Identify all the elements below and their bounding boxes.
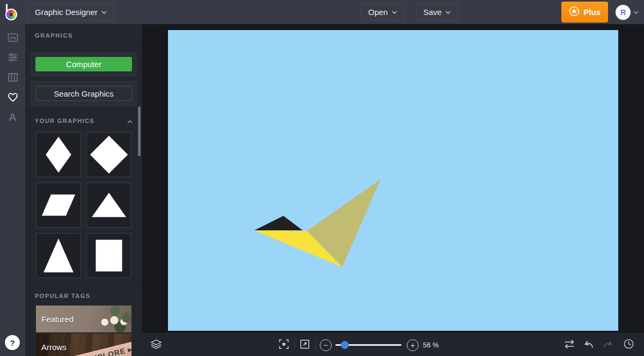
fit-to-screen-button[interactable] [276,333,292,356]
sliders-icon [7,52,19,63]
graphic-tile-triangle-tall[interactable] [36,233,81,278]
popular-tags-section: POPULAR TAGS Featured EXPLORE ▸ Arrows [25,286,142,356]
fit-to-screen-icon [279,339,289,352]
search-card: Search Graphics [31,81,137,106]
compare-button[interactable] [561,333,577,356]
zoom-out-button[interactable]: − [319,333,333,356]
open-in-full-icon [299,339,310,352]
upload-card: Computer [31,52,137,76]
bird-head[interactable] [254,216,303,230]
save-button[interactable]: Save [416,3,458,21]
heart-icon [7,91,19,103]
star-badge-icon [569,6,580,18]
graphics-panel: GRAPHICS Computer Search Graphics YOUR G… [25,24,142,356]
chevron-down-icon [392,11,397,14]
columns-icon [7,71,19,83]
graphic-tile-diamond-wide[interactable] [86,132,131,177]
undo-icon [583,339,595,351]
zoom-percentage: 56 % [423,333,439,356]
compare-arrows-icon [564,339,575,351]
chevron-down-icon [445,11,451,14]
account-menu[interactable]: R [616,5,639,20]
your-graphics-title: YOUR GRAPHICS [35,118,94,124]
open-label: Open [368,8,388,17]
tag-label: Arrows [41,343,67,352]
open-button[interactable]: Open [361,3,405,21]
full-view-button[interactable] [297,333,313,356]
zoom-slider-thumb[interactable] [341,341,349,349]
sidebar-item-images[interactable] [0,27,25,47]
origami-bird-artwork[interactable] [168,30,618,331]
sidebar-item-layouts[interactable] [0,67,25,87]
sidebar-item-edit[interactable] [0,47,25,67]
divider [315,339,316,351]
bottom-toolbar: − + 56 % [142,333,644,356]
redo-button[interactable] [600,333,616,356]
panel-title: GRAPHICS [35,32,73,39]
history-button[interactable] [620,333,636,356]
logo-colorwheel [5,9,17,20]
app-switcher-button[interactable]: Graphic Designer [27,3,114,21]
plus-upgrade-button[interactable]: Plus [561,2,608,23]
design-canvas[interactable] [168,30,618,331]
account-area: Plus R [561,0,639,24]
help-button[interactable]: ? [5,335,20,350]
popular-tags-title: POPULAR TAGS [35,293,90,299]
avatar: R [616,5,631,20]
chevron-up-icon[interactable] [127,116,133,126]
top-bar: Graphic Designer Open Save [0,0,644,24]
chevron-down-icon [633,11,639,14]
computer-upload-button[interactable]: Computer [35,57,132,71]
graphic-tile-parallelogram[interactable] [36,183,81,228]
search-graphics-button[interactable]: Search Graphics [35,86,132,101]
image-icon [7,32,19,43]
sidebar-item-graphics[interactable] [0,87,25,107]
popular-tags-header: POPULAR TAGS [25,286,142,306]
sidebar-item-text[interactable]: A [0,107,25,127]
plus-icon: + [407,339,419,351]
zoom-slider[interactable] [335,344,401,346]
plus-label: Plus [583,8,601,17]
minus-icon: − [320,339,332,351]
tag-tile-arrows[interactable]: EXPLORE ▸ Arrows [36,333,131,356]
zoom-in-button[interactable]: + [406,333,420,356]
photo-ribbon-text: EXPLORE ▸ [74,339,131,356]
history-clock-icon [623,338,634,352]
graphic-tile-square[interactable] [86,233,131,278]
save-label: Save [423,8,442,17]
layers-icon [150,339,162,352]
tag-label: Featured [41,315,74,324]
panel-scrollbar[interactable] [138,106,141,156]
befunky-logo[interactable] [5,3,23,21]
graphic-tile-triangle-wide[interactable] [86,183,131,228]
tag-tile-featured[interactable]: Featured [36,306,131,332]
text-icon: A [9,112,16,122]
panel-header: GRAPHICS [25,24,142,47]
layers-button[interactable] [149,333,164,356]
app-switcher-label: Graphic Designer [35,8,98,17]
undo-button[interactable] [581,333,597,356]
redo-icon [602,339,614,351]
file-actions: Open Save [361,3,458,21]
divider [294,339,295,351]
graphic-tile-diamond-narrow[interactable] [36,132,81,177]
tool-rail: A ? [0,24,25,356]
workspace [142,24,644,333]
your-graphics-grid [25,130,142,286]
chevron-down-icon [101,11,107,14]
your-graphics-header: YOUR GRAPHICS [25,111,142,130]
